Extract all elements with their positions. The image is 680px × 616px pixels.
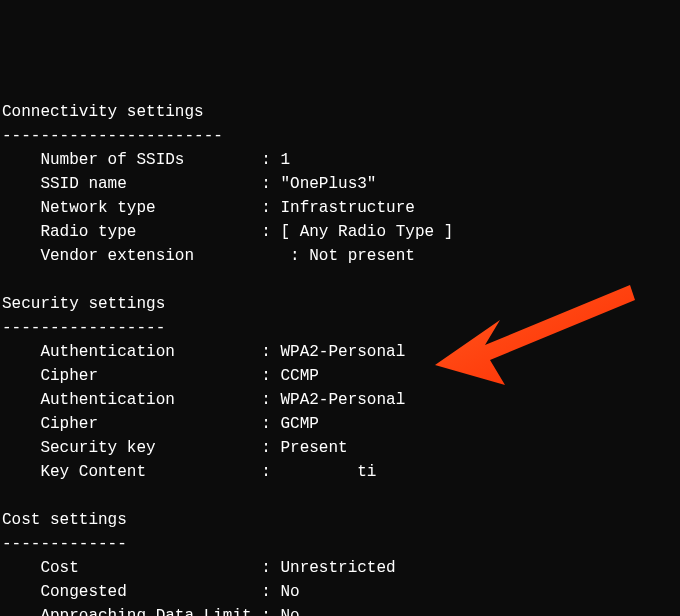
cipher1-label: Cipher : xyxy=(2,367,280,385)
network-type-label: Network type : xyxy=(2,199,280,217)
connectivity-header: Connectivity settings xyxy=(2,103,204,121)
security-header: Security settings xyxy=(2,295,165,313)
radio-type-value: [ Any Radio Type ] xyxy=(280,223,453,241)
keycontent-value: ti xyxy=(280,463,376,481)
num-ssids-label: Number of SSIDs : xyxy=(2,151,280,169)
vendor-ext-label: Vendor extension : xyxy=(2,247,309,265)
radio-type-label: Radio type : xyxy=(2,223,280,241)
ssid-name-label: SSID name : xyxy=(2,175,280,193)
cost-header: Cost settings xyxy=(2,511,127,529)
congested-label: Congested : xyxy=(2,583,280,601)
approach-value: No xyxy=(280,607,299,616)
auth1-value: WPA2-Personal xyxy=(280,343,405,361)
cost-divider: ------------- xyxy=(2,535,127,553)
terminal-output: Connectivity settings ------------------… xyxy=(2,100,678,616)
cost-value: Unrestricted xyxy=(280,559,395,577)
cipher2-label: Cipher : xyxy=(2,415,280,433)
vendor-ext-value: Not present xyxy=(309,247,415,265)
cost-label: Cost : xyxy=(2,559,280,577)
auth2-label: Authentication : xyxy=(2,391,280,409)
num-ssids-value: 1 xyxy=(280,151,290,169)
auth1-label: Authentication : xyxy=(2,343,280,361)
seckey-value: Present xyxy=(280,439,347,457)
seckey-label: Security key : xyxy=(2,439,280,457)
cipher2-value: GCMP xyxy=(280,415,318,433)
network-type-value: Infrastructure xyxy=(280,199,414,217)
approach-label: Approaching Data Limit : xyxy=(2,607,280,616)
auth2-value: WPA2-Personal xyxy=(280,391,405,409)
cipher1-value: CCMP xyxy=(280,367,318,385)
security-divider: ----------------- xyxy=(2,319,165,337)
congested-value: No xyxy=(280,583,299,601)
ssid-name-value: "OnePlus3" xyxy=(280,175,376,193)
connectivity-divider: ----------------------- xyxy=(2,127,223,145)
keycontent-label: Key Content : xyxy=(2,463,280,481)
